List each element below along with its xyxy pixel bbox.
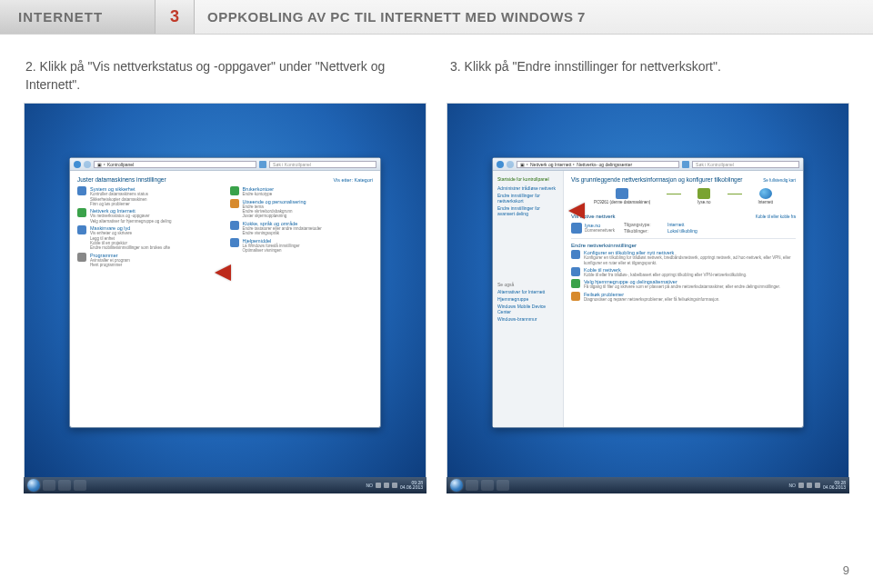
address-text: Kontrollpanel <box>107 162 134 167</box>
taskbar-app-1[interactable] <box>43 480 55 491</box>
taskbar: NO 09:28 04.06.2013 <box>24 477 426 493</box>
sidebar-item-wireless[interactable]: Administrer trådløse nettverk <box>497 185 558 191</box>
connect-icon <box>571 267 580 276</box>
address-bar[interactable]: ▣ ▸ Kontrollpanel <box>94 161 256 168</box>
wizard-icon <box>571 250 580 259</box>
callout-arrow-icon <box>568 203 585 219</box>
folder-icon: ▣ <box>97 162 102 167</box>
kv-access-val[interactable]: Internett <box>667 222 684 227</box>
tray-lang[interactable]: NO <box>366 483 373 488</box>
see-also-homegroup[interactable]: Hjemmegruppe <box>497 296 558 302</box>
search-input[interactable]: Søk i Kontrollpanel <box>269 161 376 168</box>
sidebar-home-link[interactable]: Startside for kontrollpanel <box>497 176 558 182</box>
see-full-map-link[interactable]: Se fullstendig kart <box>763 178 796 183</box>
sidebar-item-advanced-sharing[interactable]: Endre innstillinger for avansert deling <box>497 205 558 216</box>
network-sharing-window: ▣ ▸ Nettverk og Internett ▸ Nettverks- o… <box>492 157 804 428</box>
screenshots-row: ▣ ▸ Kontrollpanel Søk i Kontrollpanel Ju… <box>0 103 873 493</box>
taskbar-app-1[interactable] <box>466 480 478 491</box>
step-2-body: Klikk på "Vis nettverkstatus og -oppgave… <box>25 59 385 92</box>
tray-network-icon[interactable] <box>807 483 812 488</box>
forward-button[interactable] <box>84 161 91 168</box>
tray-date: 04.06.2013 <box>400 485 423 490</box>
house-icon <box>697 188 710 199</box>
left-sidebar: Startside for kontrollpanel Administrer … <box>493 171 564 427</box>
appearance-link[interactable]: Utseende og personalisering <box>243 199 306 204</box>
kv-conn-key: Tilkoblinger: <box>624 228 660 234</box>
tray-flag-icon[interactable] <box>798 483 804 488</box>
net-node-network-label: lyse.no <box>697 200 710 204</box>
system-security-sub3[interactable]: Finn og løs problemer <box>90 202 148 206</box>
net-node-network[interactable]: lyse.no <box>697 188 710 204</box>
header-title: OPPKOBLING AV PC TIL INTERNETT MED WINDO… <box>195 0 873 34</box>
net-node-pc[interactable]: PC9261 (denne datamaskinen) <box>594 188 650 204</box>
network-sharing-body: Vis grunnleggende nettverksinformasjon o… <box>564 171 803 427</box>
system-tray[interactable]: NO 09:28 04.06.2013 <box>788 481 846 490</box>
view-by-toggle[interactable]: Vis etter: Kategori <box>333 177 373 183</box>
task-setup-desc: Konfigurer en tilkobling for trådløst ne… <box>584 255 796 265</box>
see-also-wmdc[interactable]: Windows Mobile Device Center <box>497 304 558 314</box>
page-header: INTERNETT 3 OPPKOBLING AV PC TIL INTERNE… <box>0 0 873 35</box>
taskbar-app-2[interactable] <box>58 480 71 491</box>
see-also-firewall[interactable]: Windows-brannmur <box>497 316 558 322</box>
see-also-heading: Se også <box>497 282 558 287</box>
back-button[interactable] <box>74 161 81 168</box>
refresh-button[interactable] <box>259 161 266 168</box>
see-also-internet-options[interactable]: Alternativer for Internett <box>497 289 558 294</box>
task-troubleshoot-desc: Diagnostiser og reparer nettverksproblem… <box>584 297 720 302</box>
network-internet-sub2[interactable]: Velg alternativer for hjemmegruppe og de… <box>90 219 172 224</box>
taskbar-app-3[interactable] <box>497 480 509 491</box>
homegroup-icon <box>571 279 580 288</box>
network-map: PC9261 (denne datamaskinen) lyse.no Inte… <box>571 184 796 210</box>
ease-access-icon <box>230 238 239 247</box>
clock-lang-icon <box>230 221 239 230</box>
tray-flag-icon[interactable] <box>376 483 381 488</box>
kv-conn-val[interactable]: Lokal tilkobling <box>667 228 697 234</box>
back-button[interactable] <box>497 161 504 168</box>
taskbar-app-3[interactable] <box>74 480 86 491</box>
change-settings-heading: Endre nettverksinnstillinger <box>571 243 796 248</box>
address-bar[interactable]: ▣ ▸ Nettverk og Internett ▸ Nettverks- o… <box>517 161 679 168</box>
net-line-icon <box>728 194 742 194</box>
step-3-number: 3. <box>450 59 461 74</box>
refresh-button[interactable] <box>682 161 689 168</box>
address-part2: Nettverks- og delingssenter <box>577 162 632 167</box>
net-node-internet[interactable]: Internett <box>758 188 774 204</box>
window-titlebar: ▣ ▸ Kontrollpanel Søk i Kontrollpanel <box>70 158 380 171</box>
troubleshoot-icon <box>571 292 580 301</box>
system-security-sub1[interactable]: Kontroller datamaskinens status <box>90 192 148 196</box>
taskbar-app-2[interactable] <box>481 480 494 491</box>
tray-network-icon[interactable] <box>384 483 389 488</box>
tray-lang[interactable]: NO <box>788 483 796 488</box>
system-tray[interactable]: NO 09:28 04.06.2013 <box>366 481 423 490</box>
step-2-text: 2. Klikk på "Vis nettverkstatus og -oppg… <box>25 58 423 94</box>
kv-access-key: Tilgangstype: <box>624 222 660 227</box>
forward-button[interactable] <box>507 161 514 168</box>
tray-sound-icon[interactable] <box>815 483 820 488</box>
address-part1: Nettverk og Internett <box>530 162 571 167</box>
user-accounts-icon <box>230 186 239 195</box>
user-accounts-sub1[interactable]: Endre kontotype <box>243 192 275 196</box>
programs-sub2[interactable]: Hent programmer <box>90 263 130 267</box>
network-icon <box>571 223 582 234</box>
sidebar-item-adapter-settings[interactable]: Endre innstillinger for nettverkskort <box>497 193 558 204</box>
breadcrumb-separator-icon: ▸ <box>527 162 528 166</box>
step-2-number: 2. <box>25 59 36 74</box>
hardware-sub4[interactable]: Endre mobilitetsinnstillinger som brukes… <box>90 245 170 250</box>
search-input[interactable]: Søk i Kontrollpanel <box>692 161 799 168</box>
appearance-sub3[interactable]: Juster skjermoppløsning <box>243 214 306 218</box>
network-internet-icon <box>77 208 86 217</box>
clock-lang-sub2[interactable]: Endre visningsspråk <box>243 231 322 235</box>
step-3-text: 3. Klikk på "Endre innstillinger for net… <box>450 58 848 94</box>
globe-icon <box>759 188 772 199</box>
start-button[interactable] <box>450 479 463 492</box>
start-button[interactable] <box>27 479 40 492</box>
header-chapter-number: 3 <box>155 0 195 34</box>
tray-date: 04.06.2013 <box>823 485 846 490</box>
hardware-sound-icon <box>77 225 86 234</box>
page-number: 9 <box>843 563 849 577</box>
taskbar: NO 09:28 04.06.2013 <box>447 477 849 493</box>
tray-sound-icon[interactable] <box>392 483 397 488</box>
task-connect-desc: Koble til eller fra trådløs-, kabelbaser… <box>584 273 747 277</box>
ease-access-sub2[interactable]: Optimaliser visningen <box>243 248 300 253</box>
connect-disconnect-link[interactable]: Koble til eller koble fra <box>756 214 796 219</box>
